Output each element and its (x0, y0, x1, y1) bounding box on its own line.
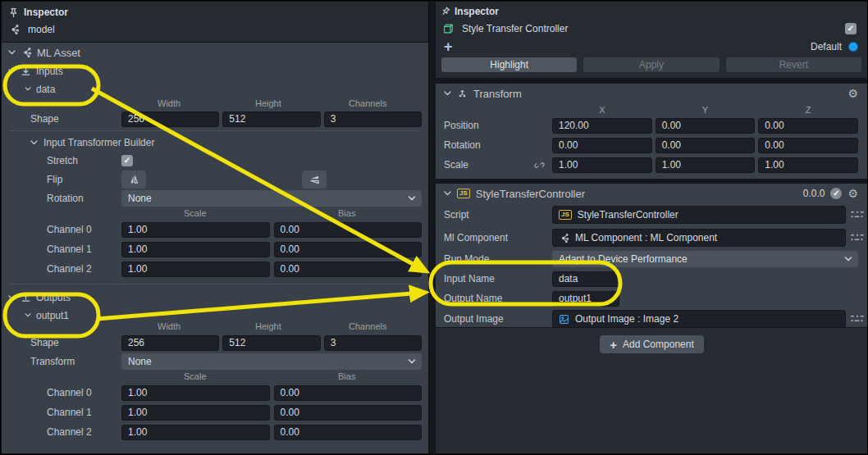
controller-title: StyleTransferController (476, 188, 797, 200)
input-transformer-builder-header[interactable]: Input Transformer Builder (2, 134, 428, 152)
transform-label: Transform (30, 356, 75, 367)
input-channel-1-row: Channel 1 1.00 0.00 (2, 239, 428, 259)
output-width-field[interactable]: 256 (121, 335, 219, 351)
scale-z-field[interactable]: 1.00 (758, 157, 858, 173)
scale-y-field[interactable]: 1.00 (656, 157, 756, 173)
chevron-down-icon[interactable] (25, 87, 31, 91)
scale-bias-headers: Scale Bias (2, 207, 428, 220)
rotation-label: Rotation (47, 193, 84, 204)
object-enabled-checkbox[interactable]: ✓ (845, 23, 857, 34)
panel-splitter[interactable] (429, 1, 436, 454)
output-transform-row: Transform None (2, 352, 428, 371)
out-channel-1-scale-field[interactable]: 1.00 (121, 405, 270, 421)
channel-1-bias-field[interactable]: 0.00 (274, 242, 423, 257)
transform-title: Transform (473, 88, 842, 100)
channel-2-bias-field[interactable]: 0.00 (274, 262, 423, 277)
channel-2-scale-field[interactable]: 1.00 (121, 262, 270, 277)
input-name-row: Input Name data (436, 269, 868, 289)
channel-1-scale-field[interactable]: 1.00 (121, 242, 270, 257)
flip-horizontal-button[interactable] (121, 171, 146, 189)
ml-component-icon (559, 233, 569, 243)
object-picker-icon[interactable] (850, 232, 865, 243)
chevron-down-icon[interactable] (25, 313, 31, 317)
input-height-field[interactable]: 512 (222, 111, 320, 127)
flip-vertical-button[interactable] (302, 171, 327, 189)
output-channels-field[interactable]: 3 (324, 335, 422, 351)
divider (10, 130, 420, 131)
script-value: StyleTransferController (578, 209, 678, 221)
pin-icon[interactable] (8, 7, 19, 18)
output-image-field[interactable]: Output Image : Image 2 (552, 310, 846, 328)
script-label: Script (444, 209, 552, 221)
chevron-down-icon[interactable] (8, 295, 16, 300)
rotation-x-field[interactable]: 0.00 (552, 138, 652, 153)
out-channel-0-bias-field[interactable]: 0.00 (274, 385, 423, 401)
input-name-field[interactable]: data (552, 271, 619, 287)
rotation-y-field[interactable]: 0.00 (656, 138, 756, 153)
chevron-down-icon[interactable] (444, 91, 451, 96)
gear-icon[interactable]: ⚙ (847, 188, 858, 199)
ml-component-row: Ml Component ML Component : ML Component (436, 226, 868, 249)
ml-component-field[interactable]: ML Component : ML Component (552, 229, 846, 247)
ml-asset-section-header[interactable]: ML Asset (2, 43, 428, 62)
out-channel-2-bias-field[interactable]: 0.00 (274, 425, 423, 440)
output-height-field[interactable]: 512 (222, 335, 320, 351)
out-channel-0-scale-field[interactable]: 1.00 (121, 385, 270, 401)
run-mode-row: Run Mode Adapt to Device Performance (436, 249, 868, 269)
channel-0-bias-field[interactable]: 0.00 (274, 222, 423, 238)
output-channel-2-row: Channel 2 1.00 0.00 (2, 422, 428, 442)
transform-section-header[interactable]: Transform ⚙ (436, 84, 868, 103)
run-mode-dropdown[interactable]: Adapt to Device Performance (552, 251, 858, 267)
run-mode-label: Run Mode (444, 253, 552, 265)
add-component-button[interactable]: + Add Component (600, 335, 704, 353)
apply-button[interactable]: Apply (583, 57, 719, 72)
out-channel-2-scale-field[interactable]: 1.00 (121, 425, 270, 440)
width-header: Width (158, 98, 180, 108)
unpinned-pin-icon[interactable] (439, 5, 453, 19)
y-header: Y (656, 105, 756, 115)
rotation-dropdown[interactable]: None (121, 190, 422, 207)
object-picker-icon[interactable] (850, 313, 865, 325)
add-component-label: Add Component (623, 339, 694, 350)
outputs-tree-item[interactable]: Outputs (2, 288, 428, 307)
output-transform-dropdown[interactable]: None (121, 353, 422, 370)
rotation-z-field[interactable]: 0.00 (758, 138, 858, 153)
ml-asset-title: ML Asset (37, 47, 80, 59)
controller-section-header[interactable]: JS StyleTransferController 0.0.0 ✓ ⚙ (436, 184, 868, 203)
scale-x-field[interactable]: 1.00 (552, 157, 652, 173)
default-state-dot[interactable] (848, 42, 858, 52)
inputs-tree-item[interactable]: Inputs (2, 62, 428, 80)
position-x-field[interactable]: 120.00 (552, 118, 652, 134)
controller-enabled-checkbox[interactable]: ✓ (830, 188, 842, 199)
channel-0-label: Channel 0 (47, 387, 92, 398)
left-inspector-header: Inspector model (2, 2, 428, 43)
chevron-down-icon[interactable] (8, 69, 16, 74)
link-icon[interactable] (526, 160, 552, 171)
channel-0-scale-field[interactable]: 1.00 (121, 222, 270, 238)
output-shape-column-headers: Width Height Channels (2, 323, 428, 334)
flip-label: Flip (47, 174, 62, 185)
controller-section: JS StyleTransferController 0.0.0 ✓ ⚙ Scr… (436, 184, 868, 332)
input-width-field[interactable]: 256 (121, 111, 219, 127)
chevron-down-icon[interactable] (8, 50, 16, 55)
position-z-field[interactable]: 0.00 (758, 118, 858, 134)
gear-icon[interactable]: ⚙ (847, 88, 858, 99)
stretch-checkbox[interactable]: ✓ (121, 155, 133, 166)
plus-icon: + (610, 338, 617, 352)
position-y-field[interactable]: 0.00 (656, 118, 756, 134)
revert-button[interactable]: Revert (726, 57, 861, 72)
position-row: Position 120.00 0.00 0.00 (436, 116, 868, 135)
input-channels-field[interactable]: 3 (324, 111, 422, 127)
add-button[interactable]: + (444, 40, 453, 53)
channel-0-label: Channel 0 (47, 224, 92, 235)
outputs-upload-icon (21, 293, 31, 303)
chevron-down-icon[interactable] (444, 191, 451, 196)
output-name-field[interactable]: output1 (552, 291, 619, 307)
object-picker-icon[interactable] (850, 209, 865, 221)
script-field[interactable]: JS StyleTransferController (552, 206, 846, 224)
panel-footer: + Add Component (436, 327, 868, 453)
chevron-down-icon[interactable] (30, 140, 38, 145)
out-channel-1-bias-field[interactable]: 0.00 (274, 405, 423, 421)
highlight-button[interactable]: Highlight (441, 57, 577, 72)
input-data-tree-item[interactable]: data (2, 80, 428, 98)
